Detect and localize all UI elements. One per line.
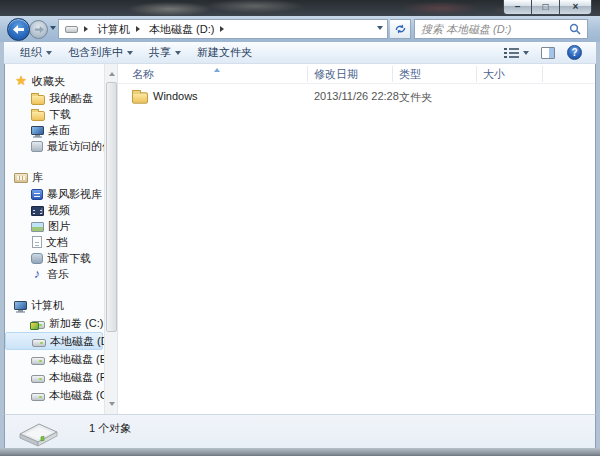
column-separator[interactable] — [476, 66, 477, 82]
sidebar-item-storm-video-library[interactable]: 暴风影视库 — [5, 186, 104, 202]
sidebar-item-desktop[interactable]: 桌面 — [5, 122, 104, 138]
breadcrumb-arrow-icon[interactable] — [84, 26, 91, 32]
pictures-icon — [31, 222, 44, 232]
folder-icon — [31, 95, 45, 105]
sidebar-item-my-kupan[interactable]: 我的酷盘 — [5, 90, 104, 106]
sidebar-item-recent-places[interactable]: 最近访问的位置 — [5, 138, 104, 154]
sidebar-scrollbar[interactable] — [104, 64, 117, 414]
drive-d-label: 本地磁盘 (D:) — [50, 334, 104, 349]
sidebar-item-videos[interactable]: 视频 — [5, 202, 104, 218]
chevron-down-icon — [523, 51, 529, 58]
recent-places-label: 最近访问的位置 — [47, 139, 104, 154]
column-separator[interactable] — [392, 66, 393, 82]
sidebar-item-thunder-downloads[interactable]: 迅雷下载 — [5, 250, 104, 266]
drive-c-label: 新加卷 (C:) — [49, 316, 103, 331]
breadcrumb-local-disk-d[interactable]: 本地磁盘 (D:) — [145, 20, 218, 39]
videos-label: 视频 — [48, 203, 70, 218]
star-icon: ★ — [14, 75, 28, 87]
organize-button[interactable]: 组织 — [12, 42, 60, 63]
chevron-down-icon — [127, 51, 133, 58]
breadcrumb-arrow-icon[interactable] — [136, 26, 143, 32]
refresh-button[interactable] — [390, 19, 411, 39]
sidebar-item-downloads[interactable]: 下载 — [5, 106, 104, 122]
forward-arrow-icon — [34, 26, 44, 34]
share-label: 共享 — [149, 45, 171, 60]
computer-icon — [14, 301, 27, 310]
column-header-size[interactable]: 大小 — [483, 67, 505, 82]
drive-f-label: 本地磁盘 (F:) — [49, 370, 104, 385]
maximize-button[interactable]: □ — [531, 0, 560, 15]
address-bar[interactable]: 计算机 本地磁盘 (D:) — [58, 19, 388, 39]
triangle-down-icon — [109, 402, 115, 409]
search-icon[interactable] — [569, 23, 581, 35]
explorer-window: – □ × 计算机 本地磁盘 (D:) — [0, 0, 600, 456]
file-type: 文件夹 — [399, 90, 432, 105]
folder-icon — [132, 92, 148, 104]
pictures-label: 图片 — [48, 219, 70, 234]
desktop-label: 桌面 — [48, 123, 70, 138]
video-library-icon — [31, 189, 43, 200]
my-kupan-label: 我的酷盘 — [49, 91, 93, 106]
sidebar-item-music[interactable]: ♪ 音乐 — [5, 266, 104, 282]
desktop-icon — [31, 126, 44, 135]
change-view-button[interactable] — [499, 45, 535, 61]
include-in-library-button[interactable]: 包含到库中 — [60, 42, 141, 63]
storm-video-library-label: 暴风影视库 — [47, 187, 102, 202]
file-row-windows[interactable]: Windows 2013/11/26 22:28 文件夹 — [120, 88, 593, 106]
scrollbar-thumb[interactable] — [106, 82, 117, 332]
back-button[interactable] — [7, 18, 30, 41]
hard-drive-icon — [15, 419, 61, 447]
drive-icon — [31, 357, 45, 365]
file-name: Windows — [153, 90, 198, 102]
drive-icon — [31, 393, 45, 401]
column-headers: 名称 修改日期 类型 大小 — [118, 64, 595, 84]
sidebar-group-computer[interactable]: 计算机 — [5, 296, 104, 314]
drive-icon — [32, 339, 46, 347]
new-folder-button[interactable]: 新建文件夹 — [189, 42, 260, 63]
forward-button[interactable] — [29, 20, 48, 39]
triangle-up-icon — [109, 69, 115, 76]
item-count: 1 个对象 — [89, 421, 131, 436]
sidebar-item-documents[interactable]: 文档 — [5, 234, 104, 250]
recent-places-icon — [31, 141, 43, 152]
sidebar-group-favorites[interactable]: ★ 收藏夹 — [5, 72, 104, 90]
help-button[interactable]: ? — [561, 42, 588, 63]
preview-pane-button[interactable] — [535, 44, 561, 62]
caption-buttons: – □ × — [504, 0, 592, 15]
share-button[interactable]: 共享 — [141, 42, 189, 63]
preview-pane-icon — [541, 47, 555, 59]
breadcrumb-computer[interactable]: 计算机 — [93, 20, 134, 39]
column-header-name[interactable]: 名称 — [132, 67, 154, 82]
close-button[interactable]: × — [559, 0, 592, 15]
include-in-library-label: 包含到库中 — [68, 45, 123, 60]
window-frame-bottom — [0, 448, 600, 456]
libraries-label: 库 — [32, 170, 43, 185]
sidebar-item-drive-c[interactable]: 新加卷 (C:) — [5, 314, 104, 332]
music-icon: ♪ — [31, 268, 43, 280]
address-dropdown-icon[interactable] — [377, 26, 383, 33]
sidebar-item-pictures[interactable]: 图片 — [5, 218, 104, 234]
help-icon: ? — [567, 45, 582, 60]
chevron-down-icon — [46, 51, 52, 58]
system-drive-icon — [31, 321, 45, 329]
column-header-modified[interactable]: 修改日期 — [314, 67, 358, 82]
column-separator[interactable] — [542, 66, 543, 82]
computer-label: 计算机 — [31, 298, 64, 313]
sidebar-group-libraries[interactable]: 库 — [5, 168, 104, 186]
sidebar-item-drive-g[interactable]: 本地磁盘 (G:) — [5, 386, 104, 404]
thunder-downloads-label: 迅雷下载 — [47, 251, 91, 266]
sidebar-item-drive-f[interactable]: 本地磁盘 (F:) — [5, 368, 104, 386]
sidebar-item-drive-e[interactable]: 本地磁盘 (E:) — [5, 350, 104, 368]
search-input[interactable]: 搜索 本地磁盘 (D:) — [414, 19, 588, 39]
refresh-icon — [394, 23, 407, 35]
sidebar-item-drive-d[interactable]: 本地磁盘 (D:) — [5, 332, 103, 350]
recent-pages-dropdown[interactable] — [50, 26, 56, 33]
column-separator[interactable] — [307, 66, 308, 82]
drive-g-label: 本地磁盘 (G:) — [49, 388, 104, 403]
downloads-icon — [31, 253, 43, 264]
minimize-button[interactable]: – — [503, 0, 532, 15]
breadcrumb-arrow-icon[interactable] — [220, 26, 227, 32]
sidebar-gap — [5, 282, 104, 296]
client-area: ★ 收藏夹 我的酷盘 下载 桌面 最近访问的位置 库 — [4, 64, 596, 414]
column-header-type[interactable]: 类型 — [399, 67, 421, 82]
